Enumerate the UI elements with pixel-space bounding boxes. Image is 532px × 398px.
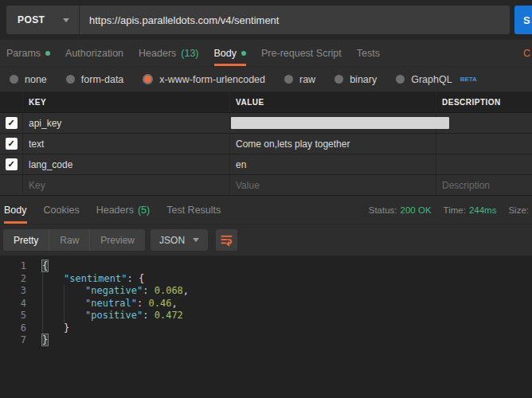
body-mode-label: binary bbox=[350, 74, 377, 85]
value-placeholder: Value bbox=[236, 180, 260, 191]
wrap-text-icon bbox=[220, 233, 233, 247]
tab-label: Test Results bbox=[166, 205, 221, 216]
checked-checkbox[interactable]: ✓ bbox=[6, 117, 18, 129]
code-line-content: "neutral": 0.46, bbox=[42, 298, 178, 310]
wrap-lines-button[interactable] bbox=[216, 229, 237, 251]
green-dot-icon bbox=[241, 51, 246, 56]
description-cell[interactable] bbox=[436, 134, 532, 154]
json-token: , bbox=[171, 298, 177, 309]
table-row: ✓lang_codeen bbox=[0, 154, 532, 175]
key-cell[interactable]: text bbox=[22, 134, 229, 154]
checked-checkbox[interactable]: ✓ bbox=[6, 138, 18, 150]
key-cell[interactable]: api_key bbox=[22, 113, 229, 133]
body-mode-graphql[interactable]: GraphQLBETA bbox=[396, 74, 477, 85]
response-meta: Status: 200 OK Time: 244ms Size: bbox=[369, 196, 532, 224]
request-tab-authorization[interactable]: Authorization bbox=[65, 40, 123, 66]
cookies-link[interactable]: C bbox=[523, 40, 530, 66]
json-token: { bbox=[139, 273, 144, 284]
url-input[interactable]: https://apis.paralleldots.com/v4/sentime… bbox=[80, 6, 510, 34]
row-checkbox-cell: ✓ bbox=[0, 134, 22, 154]
header-checkbox-cell bbox=[0, 92, 22, 112]
status-value: 200 OK bbox=[401, 205, 432, 215]
response-toolbar: PrettyRawPreview JSON bbox=[0, 224, 532, 256]
json-token: } bbox=[41, 334, 49, 346]
request-url-bar: POST https://apis.paralleldots.com/v4/se… bbox=[0, 0, 532, 40]
table-row: ✓textCome on,lets play together bbox=[0, 134, 532, 154]
status-badge: Status: 200 OK bbox=[369, 205, 432, 215]
green-dot-icon bbox=[45, 51, 50, 56]
method-dropdown[interactable]: POST bbox=[6, 6, 80, 34]
json-token: : bbox=[143, 285, 154, 296]
checked-checkbox[interactable]: ✓ bbox=[6, 158, 18, 170]
body-mode-none[interactable]: none bbox=[10, 74, 47, 85]
code-line: 2"sentiment": { bbox=[0, 273, 532, 286]
indent-guide bbox=[42, 310, 64, 322]
line-number: 1 bbox=[0, 260, 26, 273]
line-number: 7 bbox=[0, 334, 26, 347]
table-row: ✓api_key bbox=[0, 113, 532, 134]
json-token: 0.068 bbox=[155, 285, 183, 296]
body-mode-form-data[interactable]: form-data bbox=[66, 74, 124, 85]
description-input[interactable]: Description bbox=[436, 175, 532, 195]
code-line: 4"neutral": 0.46, bbox=[0, 298, 532, 310]
method-label: POST bbox=[18, 14, 45, 25]
row-checkbox-cell: ✓ bbox=[0, 154, 22, 174]
request-tab-params[interactable]: Params bbox=[6, 40, 50, 66]
view-mode-pretty[interactable]: Pretty bbox=[3, 229, 49, 251]
tab-count: (5) bbox=[138, 205, 150, 216]
json-token: : bbox=[127, 273, 138, 284]
format-dropdown[interactable]: JSON bbox=[151, 229, 208, 251]
value-cell[interactable]: Come on,lets play together bbox=[229, 134, 436, 154]
code-line: 7} bbox=[0, 334, 532, 347]
response-header: BodyCookiesHeaders(5)Test Results Status… bbox=[0, 196, 532, 224]
code-line-content: "positive": 0.472 bbox=[42, 310, 183, 322]
body-mode-label: raw bbox=[299, 74, 315, 85]
response-body-viewer: 1{2"sentiment": {3"negative": 0.068,4"ne… bbox=[0, 256, 532, 398]
json-token: "sentiment" bbox=[64, 273, 127, 284]
json-token: : bbox=[137, 298, 148, 309]
tab-label: Pre-request Script bbox=[261, 48, 342, 59]
radio-icon bbox=[396, 75, 405, 84]
code-line: 5"positive": 0.472 bbox=[0, 310, 532, 322]
response-tab-cookies[interactable]: Cookies bbox=[44, 196, 80, 224]
code-line-content: } bbox=[42, 334, 48, 347]
tab-count: (13) bbox=[181, 48, 198, 59]
format-label: JSON bbox=[159, 235, 185, 246]
key-input[interactable]: Key bbox=[22, 175, 229, 195]
request-tab-tests[interactable]: Tests bbox=[357, 40, 380, 66]
body-mode-x-www-form-urlencoded[interactable]: x-www-form-urlencoded bbox=[143, 74, 265, 85]
send-button[interactable]: S bbox=[514, 6, 532, 34]
json-token: "positive" bbox=[85, 310, 143, 321]
view-mode-preview[interactable]: Preview bbox=[90, 229, 145, 251]
key-cell[interactable]: lang_code bbox=[22, 154, 229, 174]
response-tab-headers[interactable]: Headers(5) bbox=[96, 196, 151, 224]
radio-icon bbox=[284, 75, 293, 84]
body-mode-binary[interactable]: binary bbox=[334, 74, 377, 85]
request-tabs: ParamsAuthorizationHeaders(13)BodyPre-re… bbox=[0, 40, 532, 67]
urlencoded-params-table: KEY VALUE DESCRIPTION ✓api_key✓textCome … bbox=[0, 92, 532, 196]
json-token: } bbox=[64, 322, 69, 334]
json-token: { bbox=[41, 259, 49, 272]
request-tab-headers[interactable]: Headers(13) bbox=[139, 40, 198, 66]
response-tab-body[interactable]: Body bbox=[4, 196, 27, 224]
request-tab-body[interactable]: Body bbox=[214, 40, 247, 66]
radio-icon bbox=[143, 74, 153, 84]
description-cell[interactable] bbox=[436, 154, 532, 174]
json-token: , bbox=[183, 285, 189, 296]
response-tab-list: BodyCookiesHeaders(5)Test Results bbox=[4, 196, 237, 224]
description-placeholder: Description bbox=[442, 180, 490, 191]
body-mode-raw[interactable]: raw bbox=[284, 74, 315, 85]
body-mode-selector: noneform-datax-www-form-urlencodedrawbin… bbox=[0, 67, 532, 92]
table-rows: ✓api_key✓textCome on,lets play together✓… bbox=[0, 113, 532, 175]
view-mode-raw[interactable]: Raw bbox=[49, 229, 90, 251]
request-tab-pre-request-script[interactable]: Pre-request Script bbox=[261, 40, 342, 66]
tab-label: Headers bbox=[96, 205, 134, 216]
response-tab-test-results[interactable]: Test Results bbox=[166, 196, 221, 224]
value-input[interactable]: Value bbox=[229, 175, 436, 195]
header-description: DESCRIPTION bbox=[436, 92, 532, 112]
description-cell[interactable] bbox=[436, 113, 532, 133]
value-cell[interactable]: en bbox=[229, 154, 436, 174]
line-number: 5 bbox=[0, 310, 26, 322]
code-line: 6} bbox=[0, 322, 532, 335]
json-token: "neutral" bbox=[85, 298, 137, 309]
